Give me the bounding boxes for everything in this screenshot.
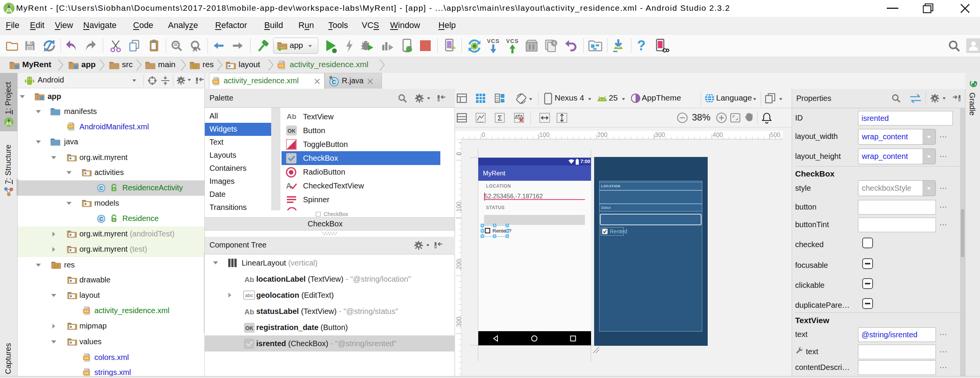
svg-text:Ab: Ab bbox=[244, 276, 254, 284]
svg-text:Σ: Σ bbox=[497, 114, 502, 122]
svg-text:abc: abc bbox=[245, 292, 253, 298]
svg-text:OK: OK bbox=[245, 325, 254, 331]
svg-text:OK: OK bbox=[288, 128, 296, 134]
svg-text:?: ? bbox=[637, 38, 646, 53]
svg-text:VCS: VCS bbox=[487, 38, 500, 44]
svg-text:Ab: Ab bbox=[287, 112, 296, 120]
svg-text:A: A bbox=[193, 46, 198, 53]
svg-text:Ab: Ab bbox=[244, 308, 254, 316]
svg-text:VCS: VCS bbox=[506, 38, 519, 44]
svg-text:A: A bbox=[286, 182, 292, 190]
